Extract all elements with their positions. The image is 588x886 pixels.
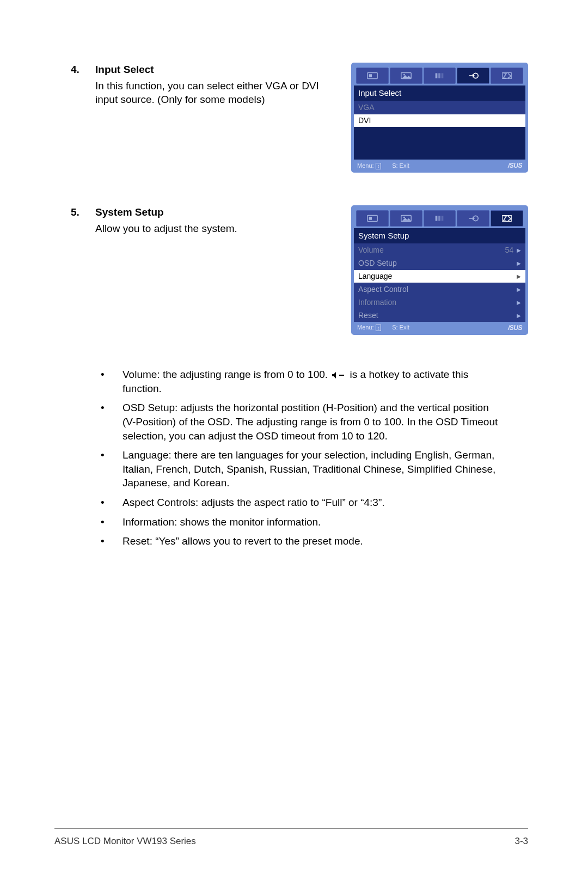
svg-point-3 [403,74,405,76]
footer-right: 3-3 [514,835,528,848]
osd-tab-splendid-icon[interactable] [356,210,389,227]
osd-title: System Setup [354,228,525,243]
osd-tab-image-icon[interactable] [390,210,422,227]
svg-rect-1 [369,74,372,77]
section-title: System Setup [95,205,327,219]
osd-menu-item[interactable]: Information▶ [354,296,525,309]
svg-rect-10 [369,217,372,220]
svg-rect-18 [339,375,344,376]
osd-tab-color-icon[interactable] [424,68,456,84]
section-title: Input Select [95,63,327,77]
svg-rect-4 [436,73,438,78]
osd-menu-item[interactable]: DVI [354,114,525,127]
osd-menu-item[interactable]: Language▶ [354,270,525,283]
osd-tab-input-icon[interactable] [457,68,489,84]
page-footer: ASUS LCD Monitor VW193 Series 3-3 [54,828,528,848]
osd-tab-splendid-icon[interactable] [356,68,389,84]
osd-menu-item[interactable]: Aspect Control▶ [354,283,525,296]
osd-title: Input Select [354,85,525,101]
osd-menu-item[interactable]: VGA [354,101,525,114]
osd-menu-item[interactable]: OSD Setup▶ [354,256,525,270]
osd-panel: System Setup Volume54▶OSD Setup▶Language… [351,205,528,335]
section-number: 5. [54,205,82,219]
section-body: In this function, you can select either … [95,79,327,107]
bullet-item: • Language: there are ten languages for … [101,448,501,490]
svg-rect-14 [439,216,441,221]
volume-down-icon [332,371,346,379]
bullet-item: • Information: shows the monitor informa… [101,515,501,529]
brand-logo: /SUS [508,323,522,332]
svg-rect-9 [367,216,377,222]
svg-rect-0 [367,73,377,79]
bullet-item: • Reset: “Yes” allows you to revert to t… [101,534,501,548]
svg-point-12 [403,217,405,218]
osd-tab-system-icon[interactable] [491,68,523,84]
svg-rect-13 [436,216,438,221]
osd-tab-input-icon[interactable] [457,210,489,227]
osd-menu-item[interactable]: Reset▶ [354,309,525,322]
footer-left: ASUS LCD Monitor VW193 Series [54,835,196,848]
osd-menu-item[interactable]: Volume54▶ [354,243,525,256]
svg-rect-15 [442,216,444,221]
svg-rect-6 [442,73,444,78]
bullet-item: • OSD Setup: adjusts the horizontal post… [101,401,501,443]
svg-rect-5 [439,73,441,78]
osd-footer: Menu: ↕S: Exit /SUS [354,322,525,332]
osd-panel: Input Select VGADVI Menu: ↕S: Exit /SUS [351,63,528,173]
bullet-item: • Aspect Controls: adjusts the aspect ra… [101,496,501,510]
osd-tab-image-icon[interactable] [390,68,422,84]
osd-tab-system-icon[interactable] [491,210,523,227]
section-number: 4. [54,63,82,77]
section-body: Allow you to adjust the system. [95,222,327,236]
bullet-item: • Volume: the adjusting range is from 0 … [101,368,501,395]
osd-footer: Menu: ↕S: Exit /SUS [354,160,525,170]
osd-tab-color-icon[interactable] [424,210,456,227]
brand-logo: /SUS [508,161,522,170]
